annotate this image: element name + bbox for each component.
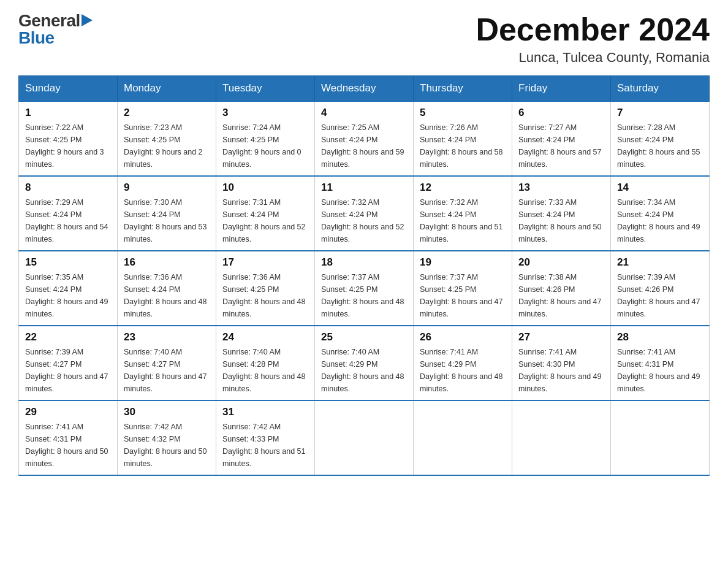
logo: General Blue xyxy=(18,12,93,47)
day-number: 23 xyxy=(124,331,210,343)
calendar-day-cell: 14 Sunrise: 7:34 AMSunset: 4:24 PMDaylig… xyxy=(611,176,710,251)
day-info: Sunrise: 7:35 AMSunset: 4:24 PMDaylight:… xyxy=(25,273,108,318)
day-info: Sunrise: 7:24 AMSunset: 4:25 PMDaylight:… xyxy=(222,123,301,169)
day-info: Sunrise: 7:37 AMSunset: 4:25 PMDaylight:… xyxy=(321,273,404,318)
day-info: Sunrise: 7:27 AMSunset: 4:24 PMDaylight:… xyxy=(518,123,602,169)
day-of-week-header: Tuesday xyxy=(216,76,315,102)
calendar-day-cell: 17 Sunrise: 7:36 AMSunset: 4:25 PMDaylig… xyxy=(216,251,315,326)
calendar-header-row: SundayMondayTuesdayWednesdayThursdayFrid… xyxy=(19,76,710,102)
day-info: Sunrise: 7:34 AMSunset: 4:24 PMDaylight:… xyxy=(617,198,700,243)
day-number: 14 xyxy=(617,182,703,194)
day-of-week-header: Wednesday xyxy=(315,76,414,102)
calendar-day-cell: 21 Sunrise: 7:39 AMSunset: 4:26 PMDaylig… xyxy=(611,251,710,326)
day-info: Sunrise: 7:40 AMSunset: 4:29 PMDaylight:… xyxy=(321,348,404,393)
day-number: 25 xyxy=(321,331,407,343)
day-info: Sunrise: 7:22 AMSunset: 4:25 PMDaylight:… xyxy=(25,123,104,169)
calendar-day-cell: 8 Sunrise: 7:29 AMSunset: 4:24 PMDayligh… xyxy=(19,176,118,251)
day-info: Sunrise: 7:39 AMSunset: 4:26 PMDaylight:… xyxy=(617,273,700,318)
day-info: Sunrise: 7:38 AMSunset: 4:26 PMDaylight:… xyxy=(518,273,602,318)
day-info: Sunrise: 7:41 AMSunset: 4:29 PMDaylight:… xyxy=(420,348,503,393)
day-of-week-header: Monday xyxy=(118,76,216,102)
day-info: Sunrise: 7:37 AMSunset: 4:25 PMDaylight:… xyxy=(420,273,503,318)
calendar-week-row: 1 Sunrise: 7:22 AMSunset: 4:25 PMDayligh… xyxy=(19,101,710,176)
calendar-day-cell: 29 Sunrise: 7:41 AMSunset: 4:31 PMDaylig… xyxy=(19,400,118,475)
day-number: 13 xyxy=(518,182,604,194)
calendar-table: SundayMondayTuesdayWednesdayThursdayFrid… xyxy=(18,75,710,476)
day-number: 8 xyxy=(25,182,111,194)
day-info: Sunrise: 7:40 AMSunset: 4:27 PMDaylight:… xyxy=(124,348,207,393)
day-info: Sunrise: 7:40 AMSunset: 4:28 PMDaylight:… xyxy=(222,348,306,393)
logo-blue-text: Blue xyxy=(18,28,55,47)
day-info: Sunrise: 7:36 AMSunset: 4:24 PMDaylight:… xyxy=(124,273,207,318)
logo-general-text: General xyxy=(18,12,80,29)
day-number: 12 xyxy=(420,182,506,194)
calendar-day-cell: 1 Sunrise: 7:22 AMSunset: 4:25 PMDayligh… xyxy=(19,101,118,176)
calendar-week-row: 22 Sunrise: 7:39 AMSunset: 4:27 PMDaylig… xyxy=(19,326,710,400)
day-info: Sunrise: 7:28 AMSunset: 4:24 PMDaylight:… xyxy=(617,123,700,169)
day-of-week-header: Saturday xyxy=(611,76,710,102)
calendar-day-cell: 31 Sunrise: 7:42 AMSunset: 4:33 PMDaylig… xyxy=(216,400,315,475)
day-info: Sunrise: 7:36 AMSunset: 4:25 PMDaylight:… xyxy=(222,273,306,318)
month-title: December 2024 xyxy=(476,12,710,47)
calendar-day-cell xyxy=(315,400,414,475)
day-number: 4 xyxy=(321,107,407,119)
day-info: Sunrise: 7:42 AMSunset: 4:32 PMDaylight:… xyxy=(124,423,207,468)
day-number: 30 xyxy=(124,406,210,418)
day-info: Sunrise: 7:42 AMSunset: 4:33 PMDaylight:… xyxy=(222,423,306,468)
calendar-day-cell: 12 Sunrise: 7:32 AMSunset: 4:24 PMDaylig… xyxy=(414,176,512,251)
calendar-day-cell: 13 Sunrise: 7:33 AMSunset: 4:24 PMDaylig… xyxy=(512,176,611,251)
calendar-day-cell: 10 Sunrise: 7:31 AMSunset: 4:24 PMDaylig… xyxy=(216,176,315,251)
day-number: 27 xyxy=(518,331,604,343)
day-number: 22 xyxy=(25,331,111,343)
day-info: Sunrise: 7:32 AMSunset: 4:24 PMDaylight:… xyxy=(321,198,404,243)
location-title: Lunca, Tulcea County, Romania xyxy=(476,50,710,66)
day-info: Sunrise: 7:25 AMSunset: 4:24 PMDaylight:… xyxy=(321,123,404,169)
day-number: 17 xyxy=(222,256,308,269)
day-info: Sunrise: 7:30 AMSunset: 4:24 PMDaylight:… xyxy=(124,198,207,243)
day-number: 1 xyxy=(25,107,111,119)
calendar-day-cell: 24 Sunrise: 7:40 AMSunset: 4:28 PMDaylig… xyxy=(216,326,315,400)
day-number: 15 xyxy=(25,256,111,269)
day-number: 5 xyxy=(420,107,506,119)
calendar-day-cell: 6 Sunrise: 7:27 AMSunset: 4:24 PMDayligh… xyxy=(512,101,611,176)
day-number: 18 xyxy=(321,256,407,269)
day-number: 29 xyxy=(25,406,111,418)
day-of-week-header: Friday xyxy=(512,76,611,102)
day-number: 21 xyxy=(617,256,703,269)
calendar-day-cell xyxy=(414,400,512,475)
calendar-day-cell: 16 Sunrise: 7:36 AMSunset: 4:24 PMDaylig… xyxy=(118,251,216,326)
calendar-day-cell: 3 Sunrise: 7:24 AMSunset: 4:25 PMDayligh… xyxy=(216,101,315,176)
day-of-week-header: Sunday xyxy=(19,76,118,102)
calendar-day-cell: 20 Sunrise: 7:38 AMSunset: 4:26 PMDaylig… xyxy=(512,251,611,326)
title-block: December 2024 Lunca, Tulcea County, Roma… xyxy=(476,12,710,66)
calendar-week-row: 29 Sunrise: 7:41 AMSunset: 4:31 PMDaylig… xyxy=(19,400,710,475)
calendar-day-cell: 28 Sunrise: 7:41 AMSunset: 4:31 PMDaylig… xyxy=(611,326,710,400)
calendar-day-cell: 22 Sunrise: 7:39 AMSunset: 4:27 PMDaylig… xyxy=(19,326,118,400)
calendar-week-row: 8 Sunrise: 7:29 AMSunset: 4:24 PMDayligh… xyxy=(19,176,710,251)
day-info: Sunrise: 7:29 AMSunset: 4:24 PMDaylight:… xyxy=(25,198,108,243)
day-info: Sunrise: 7:41 AMSunset: 4:31 PMDaylight:… xyxy=(617,348,700,393)
calendar-day-cell: 25 Sunrise: 7:40 AMSunset: 4:29 PMDaylig… xyxy=(315,326,414,400)
day-of-week-header: Thursday xyxy=(414,76,512,102)
calendar-day-cell: 9 Sunrise: 7:30 AMSunset: 4:24 PMDayligh… xyxy=(118,176,216,251)
calendar-day-cell: 11 Sunrise: 7:32 AMSunset: 4:24 PMDaylig… xyxy=(315,176,414,251)
logo-arrow-icon xyxy=(82,14,93,28)
calendar-day-cell: 23 Sunrise: 7:40 AMSunset: 4:27 PMDaylig… xyxy=(118,326,216,400)
day-number: 9 xyxy=(124,182,210,194)
day-number: 26 xyxy=(420,331,506,343)
day-number: 7 xyxy=(617,107,703,119)
calendar-day-cell: 30 Sunrise: 7:42 AMSunset: 4:32 PMDaylig… xyxy=(118,400,216,475)
day-info: Sunrise: 7:39 AMSunset: 4:27 PMDaylight:… xyxy=(25,348,108,393)
day-number: 3 xyxy=(222,107,308,119)
calendar-day-cell: 7 Sunrise: 7:28 AMSunset: 4:24 PMDayligh… xyxy=(611,101,710,176)
calendar-day-cell xyxy=(512,400,611,475)
day-info: Sunrise: 7:33 AMSunset: 4:24 PMDaylight:… xyxy=(518,198,602,243)
calendar-day-cell: 4 Sunrise: 7:25 AMSunset: 4:24 PMDayligh… xyxy=(315,101,414,176)
calendar-day-cell: 5 Sunrise: 7:26 AMSunset: 4:24 PMDayligh… xyxy=(414,101,512,176)
day-info: Sunrise: 7:31 AMSunset: 4:24 PMDaylight:… xyxy=(222,198,306,243)
day-number: 19 xyxy=(420,256,506,269)
calendar-day-cell: 18 Sunrise: 7:37 AMSunset: 4:25 PMDaylig… xyxy=(315,251,414,326)
calendar-day-cell: 2 Sunrise: 7:23 AMSunset: 4:25 PMDayligh… xyxy=(118,101,216,176)
calendar-day-cell: 15 Sunrise: 7:35 AMSunset: 4:24 PMDaylig… xyxy=(19,251,118,326)
day-number: 11 xyxy=(321,182,407,194)
